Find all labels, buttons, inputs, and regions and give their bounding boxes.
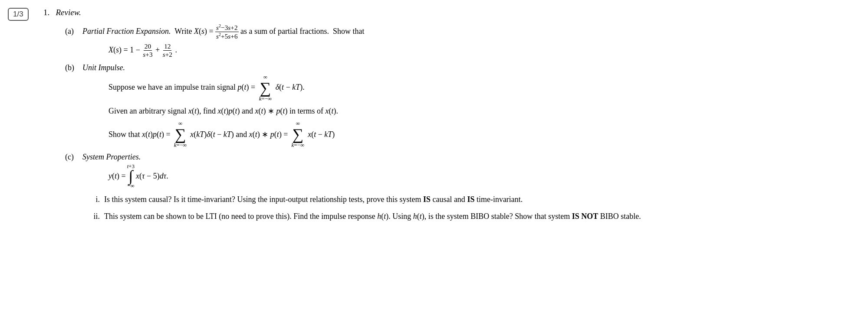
part-b-label: (b) (65, 63, 79, 72)
sigma-3: ∑ (293, 127, 304, 142)
frac-20-den: s+3 (142, 51, 153, 59)
content-area: 1. Review. (a) Partial Fraction Expansio… (39, 0, 868, 322)
part-a-result: X(s) = 1 − 20 s+3 + 12 s+2 . (108, 42, 842, 59)
page-badge: 1/3 (8, 8, 29, 21)
sum-block-3: ∞ ∑ k=−∞ (292, 120, 305, 148)
xt-end: x(t − kT) (308, 128, 335, 141)
sum-bot-1: k=−∞ (259, 96, 272, 102)
frac-12-num: 12 (163, 42, 171, 51)
sigma-1: ∑ (260, 80, 271, 96)
frac-12-den: s+2 (162, 51, 173, 59)
roman-item-ii: ii. This system can be shown to be LTI (… (87, 212, 842, 221)
sigma-2: ∑ (175, 127, 186, 142)
sum-bot-3: k=−∞ (292, 142, 305, 148)
problem-title: 1. Review. (43, 8, 842, 17)
integral-lower: −∞ (127, 183, 135, 189)
part-a-header: (a) Partial Fraction Expansion. Write X(… (65, 23, 842, 41)
roman-i-label: i. (87, 195, 100, 204)
part-b: (b) Unit Impulse. Suppose we have an imp… (65, 63, 842, 149)
fraction-12: 12 s+2 (162, 42, 173, 59)
roman-item-i: i. Is this system causal? Is it time-inv… (87, 195, 842, 204)
part-a-title: Partial Fraction Expansion. (82, 27, 171, 36)
fraction-denominator: s2+5s+6 (215, 32, 238, 40)
show-that-text: Show that x(t)p(t) = (108, 128, 171, 141)
fraction-Xs: s2−3s+2 s2+5s+6 (215, 23, 238, 41)
part-c-title: System Properties. (82, 153, 141, 161)
integral-integrand: x(τ − 5)dτ. (136, 169, 168, 183)
integral-sign: ∫ (128, 169, 133, 183)
part-a: (a) Partial Fraction Expansion. Write X(… (65, 23, 842, 59)
page-container: 1/3 1. Review. (a) Partial Fraction Expa… (0, 0, 868, 322)
part-c: (c) System Properties. y(t) = t+3 ∫ −∞ x… (65, 153, 842, 221)
part-b-title-text: Unit Impulse. (82, 63, 125, 72)
part-b-line2: Given an arbitrary signal x(t), find x(t… (108, 104, 842, 118)
sum-block-1: ∞ ∑ k=−∞ (259, 74, 272, 102)
part-b-line1: Suppose we have an impulse train signal … (108, 74, 842, 102)
page-indicator: 1/3 (0, 0, 39, 322)
roman-ii-text: This system can be shown to be LTI (no n… (104, 212, 641, 221)
yt-label: y(t) = (108, 169, 126, 183)
roman-i-content: Is this system causal? Is it time-invari… (104, 195, 842, 204)
fraction-numerator: s2−3s+2 (215, 23, 238, 32)
roman-ii-label: ii. (87, 212, 100, 221)
part-a-content: Partial Fraction Expansion. Write X(s) =… (82, 23, 364, 41)
part-c-title-text: System Properties. (82, 153, 141, 162)
roman-i-text: Is this system causal? Is it time-invari… (104, 195, 523, 204)
part-a-label: (a) (65, 27, 79, 36)
roman-ii-content: This system can be shown to be LTI (no n… (104, 212, 842, 221)
fraction-20: 20 s+3 (142, 42, 153, 59)
problem-review-label: Review. (56, 8, 81, 17)
integral-block: t+3 ∫ −∞ (127, 163, 135, 189)
sum-bot-2: k=−∞ (174, 142, 187, 148)
xt-mid: x(kT)δ(t − kT) and x(t) ∗ p(t) = (190, 128, 288, 141)
part-b-header: (b) Unit Impulse. (65, 63, 842, 72)
part-b-title: Unit Impulse. (82, 63, 125, 72)
part-c-header: (c) System Properties. (65, 153, 842, 162)
part-b-line3: Show that x(t)p(t) = ∞ ∑ k=−∞ x(kT)δ(t −… (108, 120, 842, 148)
part-c-subitems: i. Is this system causal? Is it time-inv… (65, 195, 842, 221)
problem-number-label: 1. (43, 8, 49, 17)
part-c-label: (c) (65, 153, 79, 162)
sum-block-2: ∞ ∑ k=−∞ (174, 120, 187, 148)
part-c-formula: y(t) = t+3 ∫ −∞ x(τ − 5)dτ. (108, 163, 842, 189)
frac-20-num: 20 (144, 42, 152, 51)
